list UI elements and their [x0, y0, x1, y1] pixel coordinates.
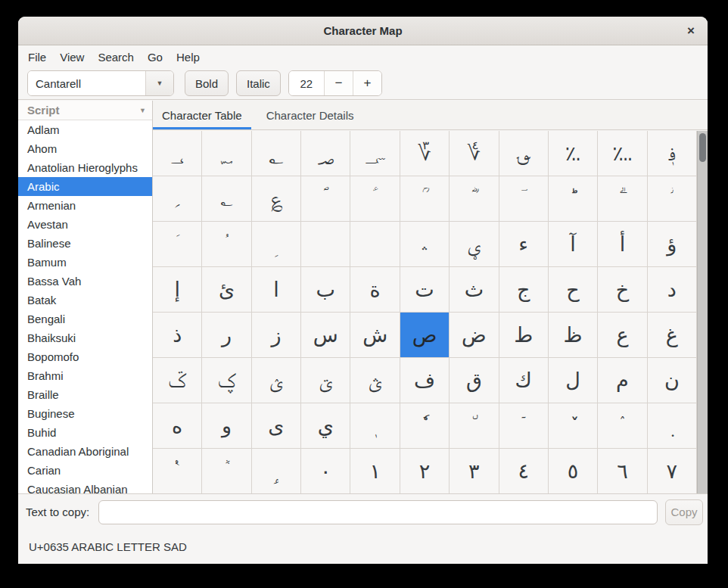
grid-cell[interactable]: ج	[499, 267, 549, 313]
grid-cell[interactable]: د	[648, 267, 697, 313]
script-list-item[interactable]: Carian	[18, 461, 152, 480]
grid-cell[interactable]: آ	[549, 222, 598, 267]
grid-cell[interactable]: ح	[549, 267, 598, 313]
grid-cell[interactable]: ش	[350, 313, 400, 358]
grid-cell[interactable]: ؚ	[252, 222, 301, 267]
script-list-item[interactable]: Canadian Aboriginal	[18, 442, 152, 461]
grid-cell[interactable]: ؽ	[252, 358, 301, 403]
grid-cell[interactable]: ؒ	[400, 176, 450, 222]
script-list-item[interactable]: Buhid	[18, 423, 152, 442]
script-list-item[interactable]: Batak	[18, 291, 152, 310]
script-list-item[interactable]: Buginese	[18, 404, 152, 423]
grid-cell[interactable]	[350, 222, 400, 267]
grid-cell[interactable]: ٚ	[549, 403, 598, 449]
grid-cell[interactable]: ؙ	[202, 222, 251, 267]
menu-item-help[interactable]: Help	[170, 48, 207, 66]
grid-cell[interactable]: ٘	[450, 403, 499, 449]
close-button[interactable]: ×	[682, 22, 700, 40]
script-list-item[interactable]: Adlam	[18, 120, 152, 139]
grid-cell[interactable]: ؊	[598, 131, 647, 176]
grid-cell[interactable]: ؗ	[648, 176, 697, 222]
menu-item-view[interactable]: View	[53, 48, 91, 66]
grid-cell[interactable]: ؼ	[202, 358, 251, 403]
grid-cell[interactable]: ء	[499, 222, 549, 267]
grid-cell[interactable]: م	[598, 358, 647, 403]
grid-cell[interactable]: ؋	[648, 131, 697, 176]
grid-cell[interactable]: ؇	[450, 131, 499, 176]
grid-cell[interactable]: ؉	[549, 131, 598, 176]
titlebar[interactable]: Character Map ×	[18, 17, 708, 45]
grid-cell[interactable]: ط	[499, 313, 549, 358]
grid-cell-selected[interactable]: ص	[400, 313, 450, 358]
grid-cell[interactable]: ؤ	[648, 222, 697, 267]
script-list-item[interactable]: Bhaiksuki	[18, 328, 152, 347]
grid-cell[interactable]: ؂	[252, 131, 301, 176]
grid-cell[interactable]: ؓ	[450, 176, 499, 222]
grid-cell[interactable]: ؿ	[350, 358, 400, 403]
grid-cell[interactable]: خ	[598, 267, 647, 313]
menu-item-search[interactable]: Search	[91, 48, 141, 66]
tab-character-details[interactable]: Character Details	[257, 101, 363, 129]
grid-cell[interactable]: ؄	[350, 131, 400, 176]
grid-cell[interactable]: ١	[350, 449, 400, 493]
script-list-item[interactable]: Avestan	[18, 215, 152, 234]
grid-cell[interactable]: غ	[648, 313, 697, 358]
grid-cell[interactable]: ؕ	[549, 176, 598, 222]
grid-cell[interactable]: ن	[648, 358, 697, 403]
decrease-size-button[interactable]: −	[324, 71, 353, 95]
grid-cell[interactable]: ف	[400, 358, 450, 403]
grid-cell[interactable]: ٞ	[202, 449, 251, 493]
grid-cell[interactable]: ل	[549, 358, 598, 403]
script-list-item[interactable]: Anatolian Hieroglyphs	[18, 158, 152, 177]
grid-cell[interactable]: ؍	[153, 176, 202, 222]
grid-cell[interactable]: و	[202, 403, 251, 449]
grid-cell[interactable]: ؀	[153, 131, 202, 176]
grid-cell[interactable]: ا	[252, 267, 301, 313]
grid-cell[interactable]: ٛ	[598, 403, 647, 449]
script-list-item[interactable]: Arabic	[18, 177, 152, 196]
grid-cell[interactable]: ٢	[400, 449, 450, 493]
grid-cell[interactable]: ؖ	[598, 176, 647, 222]
vertical-scrollbar[interactable]	[697, 131, 708, 493]
grid-cell[interactable]: ؾ	[301, 358, 350, 403]
grid-cell[interactable]: ه	[153, 403, 202, 449]
script-list-item[interactable]: Bassa Vah	[18, 272, 152, 291]
grid-cell[interactable]: ؆	[400, 131, 450, 176]
grid-cell[interactable]: إ	[153, 267, 202, 313]
grid-cell[interactable]: أ	[598, 222, 647, 267]
grid-cell[interactable]: ة	[350, 267, 400, 313]
script-list-item[interactable]: Bopomofo	[18, 347, 152, 366]
script-header[interactable]: Script ▼	[18, 101, 152, 120]
grid-cell[interactable]: ٤	[499, 449, 549, 493]
tab-character-table[interactable]: Character Table	[153, 101, 251, 129]
grid-cell[interactable]: ر	[202, 313, 251, 358]
grid-cell[interactable]: ػ	[153, 358, 202, 403]
script-list-item[interactable]: Balinese	[18, 234, 152, 253]
bold-button[interactable]: Bold	[185, 70, 229, 96]
grid-cell[interactable]: ٗ	[400, 403, 450, 449]
grid-cell[interactable]: ؞	[400, 222, 450, 267]
grid-cell[interactable]: ؈	[499, 131, 549, 176]
increase-size-button[interactable]: +	[353, 71, 381, 95]
script-list-item[interactable]: Bamum	[18, 253, 152, 272]
grid-cell[interactable]: ؏	[252, 176, 301, 222]
grid-cell[interactable]: ٝ	[153, 449, 202, 493]
grid-cell[interactable]: ٙ	[499, 403, 549, 449]
grid-cell[interactable]: ؎	[202, 176, 251, 222]
grid-cell[interactable]: ث	[450, 267, 499, 313]
menu-item-file[interactable]: File	[21, 48, 53, 66]
grid-cell[interactable]: ٦	[598, 449, 647, 493]
script-list-item[interactable]: Caucasian Albanian	[18, 480, 152, 493]
text-to-copy-input[interactable]	[98, 500, 658, 524]
grid-cell[interactable]: ؐ	[301, 176, 350, 222]
font-size-value[interactable]: 22	[289, 71, 324, 95]
grid-cell[interactable]: ي	[301, 403, 350, 449]
grid-cell[interactable]: ٖ	[350, 403, 400, 449]
grid-cell[interactable]: ظ	[549, 313, 598, 358]
grid-cell[interactable]: ع	[598, 313, 647, 358]
script-list-item[interactable]: Braille	[18, 385, 152, 404]
grid-cell[interactable]: ؁	[202, 131, 251, 176]
grid-cell[interactable]: ٜ	[648, 403, 697, 449]
menu-item-go[interactable]: Go	[141, 48, 170, 66]
copy-button[interactable]: Copy	[665, 499, 703, 525]
